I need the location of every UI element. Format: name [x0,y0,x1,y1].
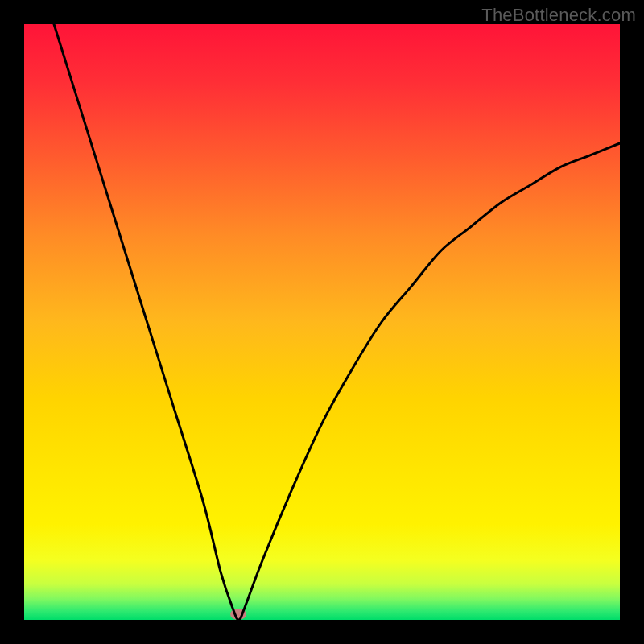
bottleneck-curve [24,24,620,620]
watermark-text: TheBottleneck.com [481,5,636,26]
plot-frame [24,24,620,620]
